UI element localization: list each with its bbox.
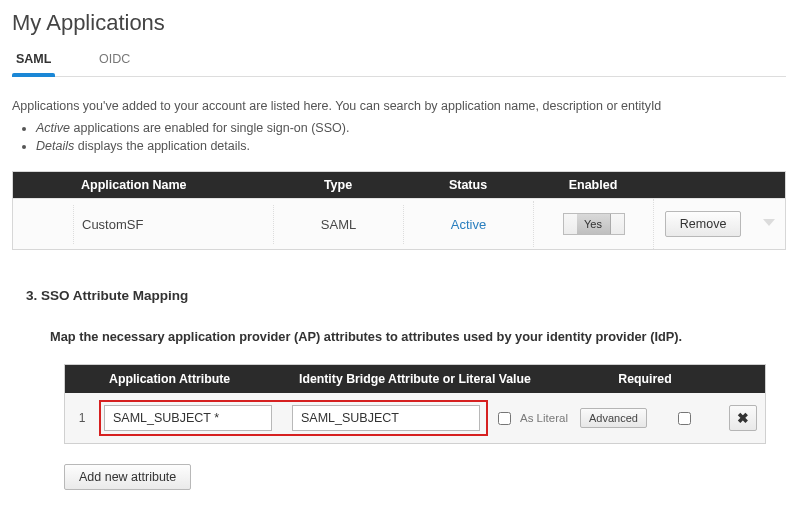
row-index: 1 xyxy=(65,411,99,425)
hint-details-em: Details xyxy=(36,139,74,153)
row-app-status[interactable]: Active xyxy=(403,205,533,244)
table-row: CustomSF SAML Active Yes Remove xyxy=(13,198,785,249)
col-header-type: Type xyxy=(273,172,403,198)
col-header-actions xyxy=(653,172,785,198)
hint-details: Details displays the application details… xyxy=(36,139,786,153)
mapping-table-header: Application Attribute Identity Bridge At… xyxy=(65,365,765,393)
col-header-status: Status xyxy=(403,172,533,198)
col-header-name: Application Name xyxy=(73,172,273,198)
tab-oidc[interactable]: OIDC xyxy=(95,46,134,76)
mh-attr: Application Attribute xyxy=(99,365,289,393)
mh-req: Required xyxy=(569,365,721,393)
bridge-attribute-input[interactable] xyxy=(292,405,480,431)
hint-active: Active applications are enabled for sing… xyxy=(36,121,786,135)
row-app-name: CustomSF xyxy=(73,205,273,244)
col-blank xyxy=(13,172,73,198)
required-cell xyxy=(647,409,721,428)
hints-list: Active applications are enabled for sing… xyxy=(36,121,786,153)
remove-button[interactable]: Remove xyxy=(665,211,742,237)
close-icon: ✖ xyxy=(737,410,749,426)
enabled-toggle-label: Yes xyxy=(577,214,611,234)
section-title: 3. SSO Attribute Mapping xyxy=(26,288,786,303)
section-desc: Map the necessary application provider (… xyxy=(50,329,786,344)
mh-del xyxy=(721,365,765,393)
mh-val: Identity Bridge Attribute or Literal Val… xyxy=(289,365,569,393)
mh-idx xyxy=(65,365,99,393)
as-literal-checkbox[interactable] xyxy=(498,412,511,425)
tabs: SAML OIDC xyxy=(12,46,786,77)
row-blank xyxy=(13,212,73,236)
svg-marker-0 xyxy=(763,219,775,226)
page-title: My Applications xyxy=(12,10,786,36)
row-app-type: SAML xyxy=(273,205,403,244)
required-checkbox[interactable] xyxy=(678,412,691,425)
hint-active-em: Active xyxy=(36,121,70,135)
advanced-button[interactable]: Advanced xyxy=(580,408,647,428)
highlighted-fields xyxy=(99,400,488,436)
status-link[interactable]: Active xyxy=(451,217,486,232)
hint-active-rest: applications are enabled for single sign… xyxy=(70,121,349,135)
applications-table-header: Application Name Type Status Enabled xyxy=(13,172,785,198)
applications-table: Application Name Type Status Enabled Cus… xyxy=(12,171,786,250)
delete-cell: ✖ xyxy=(721,405,765,431)
hint-details-rest: displays the application details. xyxy=(74,139,250,153)
tab-saml[interactable]: SAML xyxy=(12,46,55,76)
enabled-toggle[interactable]: Yes xyxy=(563,213,625,235)
mapping-table: Application Attribute Identity Bridge At… xyxy=(64,364,766,444)
add-new-attribute-button[interactable]: Add new attribute xyxy=(64,464,191,490)
as-literal-label: As Literal xyxy=(520,412,568,424)
delete-row-button[interactable]: ✖ xyxy=(729,405,757,431)
intro-text: Applications you've added to your accoun… xyxy=(12,99,786,113)
col-header-enabled: Enabled xyxy=(533,172,653,198)
row-options: As Literal Advanced xyxy=(494,408,647,428)
mapping-row: 1 As Literal Advanced ✖ xyxy=(65,393,765,443)
row-actions: Remove xyxy=(653,199,785,249)
application-attribute-input[interactable] xyxy=(104,405,272,431)
row-app-enabled: Yes xyxy=(533,201,653,247)
chevron-down-icon[interactable] xyxy=(761,216,777,228)
